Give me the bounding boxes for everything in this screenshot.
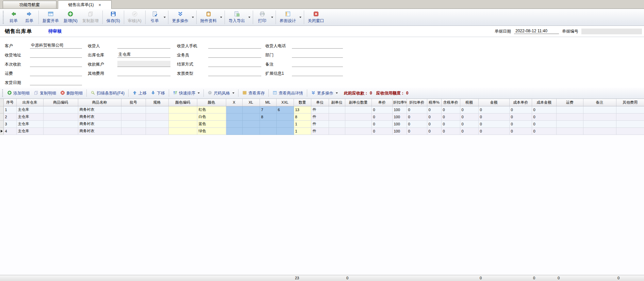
move-up-button[interactable]: 上移: [130, 89, 149, 97]
move-down-button[interactable]: 下移: [149, 89, 167, 97]
grid-cell[interactable]: 8: [294, 113, 311, 120]
dropdown-arrow-icon[interactable]: [247, 9, 251, 25]
grid-cell[interactable]: [43, 106, 78, 113]
size-style-button[interactable]: 尺码风格: [205, 89, 236, 97]
quick-sort-button[interactable]: 快速排序: [171, 89, 202, 97]
grid-cell[interactable]: [168, 127, 197, 135]
grid-cell[interactable]: 1: [3, 106, 16, 113]
grid-cell[interactable]: 0: [371, 127, 392, 135]
column-header[interactable]: 含税单价: [441, 99, 460, 106]
copy-add-button[interactable]: 复制新增: [80, 10, 101, 24]
column-header[interactable]: 其他费用: [616, 99, 644, 106]
grid-cell[interactable]: 0: [478, 120, 509, 127]
dropdown-arrow-icon[interactable]: [198, 92, 200, 94]
new-window-order-button[interactable]: 新窗开单: [40, 10, 61, 24]
grid-cell[interactable]: [43, 113, 78, 120]
dropdown-arrow-icon[interactable]: [219, 9, 223, 25]
grid-cell[interactable]: 100: [392, 113, 407, 120]
grid-cell[interactable]: 白色: [197, 113, 226, 120]
grid-cell[interactable]: [121, 113, 146, 120]
grid-cell[interactable]: 0: [427, 113, 441, 120]
grid-cell[interactable]: 0: [478, 106, 509, 113]
column-header[interactable]: XL: [242, 99, 260, 106]
dropdown-arrow-icon[interactable]: [232, 92, 234, 94]
grid-cell[interactable]: 7: [260, 106, 276, 113]
grid-cell[interactable]: 0: [532, 120, 556, 127]
invoice-type-field[interactable]: [208, 70, 261, 76]
grid-cell[interactable]: [329, 120, 345, 127]
column-header[interactable]: 副单位: [329, 99, 345, 106]
grid-cell[interactable]: 件: [311, 113, 329, 120]
grid-cell[interactable]: 0: [532, 106, 556, 113]
view-product-detail-button[interactable]: 查看商品详情: [270, 89, 305, 97]
close-icon[interactable]: ×: [99, 3, 101, 7]
grid-cell[interactable]: 0: [441, 113, 460, 120]
grid-cell[interactable]: [260, 120, 276, 127]
grid-cell[interactable]: 0: [371, 120, 392, 127]
grid-cell[interactable]: 主仓库: [16, 106, 43, 113]
grid-cell[interactable]: [583, 106, 616, 113]
column-header[interactable]: 批号: [121, 99, 146, 106]
grid-cell[interactable]: [345, 106, 371, 113]
column-header[interactable]: 规格: [146, 99, 168, 106]
column-header[interactable]: 商品名称: [78, 99, 121, 106]
grid-cell[interactable]: [226, 113, 242, 120]
grid-cell[interactable]: 100: [392, 120, 407, 127]
grid-cell[interactable]: [146, 120, 168, 127]
column-header[interactable]: XXL: [276, 99, 294, 106]
consignee-mobile-field[interactable]: [208, 42, 261, 49]
grid-cell[interactable]: 0: [407, 106, 427, 113]
grid-cell[interactable]: 0: [427, 127, 441, 135]
grid-cell[interactable]: 商务衬衣: [78, 106, 121, 113]
column-header[interactable]: ML: [260, 99, 276, 106]
column-header[interactable]: X: [226, 99, 242, 106]
grid-cell[interactable]: 0: [407, 127, 427, 135]
more-detail-operations-button[interactable]: 更多操作: [309, 89, 340, 97]
grid-cell[interactable]: [583, 113, 616, 120]
grid-cell[interactable]: 100: [392, 106, 407, 113]
grid-cell[interactable]: [168, 106, 197, 113]
department-field[interactable]: [292, 52, 343, 58]
grid-cell[interactable]: [242, 127, 260, 135]
grid-cell[interactable]: 1: [294, 127, 311, 135]
dropdown-arrow-icon[interactable]: [298, 9, 302, 25]
grid-cell[interactable]: [242, 106, 260, 113]
grid-cell[interactable]: 绿色: [197, 127, 226, 135]
column-header[interactable]: 单位: [311, 99, 329, 106]
column-header[interactable]: 商品编码: [43, 99, 78, 106]
grid-cell[interactable]: 蓝色: [197, 120, 226, 127]
grid-cell[interactable]: [556, 127, 583, 135]
grid-cell[interactable]: [121, 127, 146, 135]
grid-cell[interactable]: 4: [3, 127, 16, 135]
grid-cell[interactable]: 0: [509, 113, 532, 120]
grid-cell[interactable]: [43, 120, 78, 127]
column-header[interactable]: 副单位数量: [345, 99, 371, 106]
grid-cell[interactable]: 0: [371, 106, 392, 113]
more-operations-button[interactable]: 更多操作: [170, 10, 191, 24]
print-button[interactable]: 打印: [254, 10, 270, 24]
grid-cell[interactable]: [276, 120, 294, 127]
column-header[interactable]: 折扣单价: [407, 99, 427, 106]
remarks-field[interactable]: [292, 61, 343, 67]
column-header[interactable]: 税额: [460, 99, 478, 106]
grid-cell[interactable]: [226, 106, 242, 113]
dropdown-arrow-icon[interactable]: [270, 9, 274, 25]
grid-cell[interactable]: 13: [294, 106, 311, 113]
grid-cell[interactable]: 0: [441, 106, 460, 113]
consignee-phone-field[interactable]: [292, 42, 343, 49]
freight-field[interactable]: [30, 70, 82, 76]
dropdown-arrow-icon[interactable]: [191, 9, 195, 25]
salesperson-field[interactable]: [208, 52, 261, 58]
column-header[interactable]: 单价: [371, 99, 392, 106]
column-header[interactable]: 出库仓库: [16, 99, 43, 106]
grid-cell[interactable]: 0: [441, 120, 460, 127]
ext-info1-field[interactable]: [292, 70, 343, 76]
add-detail-button[interactable]: 添加明细: [5, 89, 32, 97]
grid-cell[interactable]: 商务衬衣: [78, 120, 121, 127]
grid-cell[interactable]: 0: [427, 106, 441, 113]
grid-cell[interactable]: 3: [3, 120, 16, 127]
next-order-button[interactable]: 后单: [21, 10, 37, 24]
other-fee-field[interactable]: [117, 70, 170, 76]
grid-cell[interactable]: 主仓库: [16, 113, 43, 120]
dropdown-arrow-icon[interactable]: [336, 92, 338, 94]
